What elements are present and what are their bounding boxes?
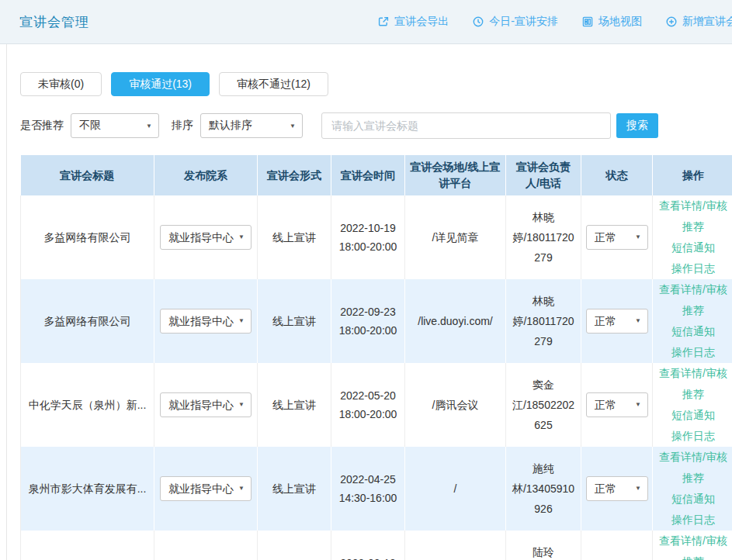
status-select[interactable]: 正常▼ (586, 392, 648, 417)
talk-time-cell: 2022-10-1918:00-20:00 (331, 195, 405, 279)
sms-notify-link[interactable]: 短信通知 (657, 489, 729, 510)
sort-select-value: 默认排序 (209, 119, 252, 133)
venue: /详见简章 (432, 231, 479, 244)
contact-name-phone: 窦金江/18502202625 (512, 379, 574, 431)
operation-log-link[interactable]: 操作日志 (657, 426, 729, 447)
talk-time-cell: 2022-09-2318:00-20:00 (331, 279, 405, 363)
layout-icon (581, 16, 594, 28)
venue-view-link[interactable]: 场地视图 (581, 15, 642, 29)
contact-cell: 施纯林/13405910926 (506, 447, 581, 531)
content-panel: 未审核(0) 审核通过(13) 审核不通过(12) 是否推荐 不限 ▼ 排序 默… (6, 44, 732, 560)
view-detail-audit-link[interactable]: 查看详情/审核 (657, 363, 729, 384)
plus-circle-icon (665, 16, 678, 28)
venue: / (454, 482, 457, 495)
view-detail-audit-link[interactable]: 查看详情/审核 (657, 195, 729, 216)
operations-cell: 查看详情/审核推荐短信通知操作日志 (653, 447, 732, 531)
venue-cell: / (405, 531, 506, 560)
college-select-value: 就业指导中心 (168, 396, 234, 414)
recommend-link[interactable]: 推荐 (657, 384, 729, 405)
college-select[interactable]: 就业指导中心▼ (160, 225, 252, 250)
export-talks-link[interactable]: 宣讲会导出 (377, 15, 449, 29)
recommend-select-value: 不限 (79, 119, 101, 133)
status-cell: 正常▼ (581, 531, 653, 560)
talk-date: 2022-05-20 (336, 386, 400, 405)
status-select-value: 正常 (595, 396, 616, 414)
talk-form: 线上宣讲 (272, 315, 316, 327)
recommend-filter-label: 是否推荐 (20, 119, 64, 133)
tab-unreviewed[interactable]: 未审核(0) (20, 72, 102, 96)
sms-notify-link[interactable]: 短信通知 (657, 321, 729, 342)
table-row: 泉州市影大体育发展有...就业指导中心▼线上宣讲2022-04-2514:30-… (21, 447, 732, 531)
add-talk-link[interactable]: 新增宣讲会 (665, 15, 732, 29)
recommend-select[interactable]: 不限 ▼ (71, 113, 159, 138)
export-talks-label: 宣讲会导出 (394, 15, 449, 29)
recommend-link[interactable]: 推荐 (657, 300, 729, 321)
contact-name-phone: 林晓婷/18011720279 (512, 295, 574, 347)
chevron-down-icon: ▼ (635, 312, 641, 330)
tab-approved[interactable]: 审核通过(13) (111, 72, 210, 96)
status-select-value: 正常 (595, 228, 616, 247)
col-header-college: 发布院系 (154, 155, 258, 195)
operations-cell: 查看详情/审核推荐短信通知操作日志 (653, 531, 732, 560)
view-detail-audit-link[interactable]: 查看详情/审核 (657, 531, 729, 551)
status-select[interactable]: 正常▼ (586, 476, 648, 501)
contact-name-phone: 施纯林/13405910926 (512, 462, 574, 515)
col-header-venue: 宣讲会场地/线上宣讲平台 (405, 155, 506, 195)
college-select[interactable]: 就业指导中心▼ (160, 392, 252, 417)
talk-time-range: 14:30-16:00 (336, 489, 400, 507)
venue-cell: /详见简章 (405, 195, 506, 279)
search-input[interactable] (321, 112, 611, 139)
talk-time-range: 18:00-20:00 (336, 321, 400, 340)
talk-date: 2022-10-19 (336, 219, 400, 237)
sort-filter-label: 排序 (172, 119, 193, 133)
talk-title: 泉州市影大体育发展有... (29, 482, 147, 495)
operation-log-link[interactable]: 操作日志 (657, 342, 729, 363)
col-header-form: 宣讲会形式 (258, 155, 331, 195)
venue-cell: / (405, 447, 506, 531)
table-body: 多益网络有限公司就业指导中心▼线上宣讲2022-10-1918:00-20:00… (21, 195, 732, 560)
talks-table: 宣讲会标题 发布院系 宣讲会形式 宣讲会时间 宣讲会场地/线上宣讲平台 宣讲会负… (20, 155, 732, 560)
college-select[interactable]: 就业指导中心▼ (160, 309, 252, 334)
view-detail-audit-link[interactable]: 查看详情/审核 (657, 279, 729, 300)
college-select[interactable]: 就业指导中心▼ (160, 476, 252, 501)
sms-notify-link[interactable]: 短信通知 (657, 237, 729, 258)
operation-log-link[interactable]: 操作日志 (657, 510, 729, 531)
status-tabs: 未审核(0) 审核通过(13) 审核不通过(12) (20, 72, 732, 96)
chevron-down-icon: ▼ (238, 312, 245, 330)
recommend-link[interactable]: 推荐 (657, 216, 729, 237)
today-schedule-label: 今日-宣讲安排 (489, 15, 558, 29)
talk-form-cell: 线上宣讲 (258, 279, 331, 363)
talk-form-cell: 线上宣讲 (258, 363, 331, 447)
recommend-link[interactable]: 推荐 (657, 551, 729, 560)
college-select-value: 就业指导中心 (168, 228, 234, 247)
recommend-link[interactable]: 推荐 (657, 468, 729, 489)
col-header-ops: 操作 (653, 155, 732, 195)
table-row: 中化学天辰（泉州）新...就业指导中心▼线上宣讲2022-05-2018:00-… (21, 363, 732, 447)
operations-cell: 查看详情/审核推荐短信通知操作日志 (653, 279, 732, 363)
col-header-title: 宣讲会标题 (21, 155, 154, 195)
talk-form: 线上宣讲 (272, 231, 316, 244)
college-select-value: 就业指导中心 (168, 479, 234, 498)
operation-log-link[interactable]: 操作日志 (657, 258, 729, 279)
view-detail-audit-link[interactable]: 查看详情/审核 (657, 447, 729, 468)
col-header-status: 状态 (581, 155, 653, 195)
sort-select[interactable]: 默认排序 ▼ (200, 113, 303, 138)
sms-notify-link[interactable]: 短信通知 (657, 405, 729, 426)
chevron-down-icon: ▼ (635, 479, 641, 498)
talk-form: 线上宣讲 (272, 482, 316, 495)
tab-rejected[interactable]: 审核不通过(12) (219, 72, 328, 96)
talk-date: 2022-04-25 (336, 470, 400, 489)
talk-form: 线上宣讲 (272, 399, 316, 411)
col-header-contact: 宣讲会负责人/电话 (506, 155, 581, 195)
today-schedule-link[interactable]: 今日-宣讲安排 (472, 15, 558, 29)
status-cell: 正常▼ (581, 363, 653, 447)
status-select[interactable]: 正常▼ (586, 225, 648, 250)
topbar: 宣讲会管理 宣讲会导出 今日-宣讲安排 (0, 0, 732, 44)
status-select[interactable]: 正常▼ (586, 309, 648, 334)
talk-title-cell: 泉州市影大体育发展有... (21, 447, 154, 531)
college-cell: 就业指导中心▼ (154, 531, 258, 560)
search-button[interactable]: 搜索 (616, 113, 658, 138)
status-cell: 正常▼ (581, 195, 653, 279)
college-cell: 就业指导中心▼ (154, 363, 258, 447)
status-cell: 正常▼ (581, 447, 653, 531)
